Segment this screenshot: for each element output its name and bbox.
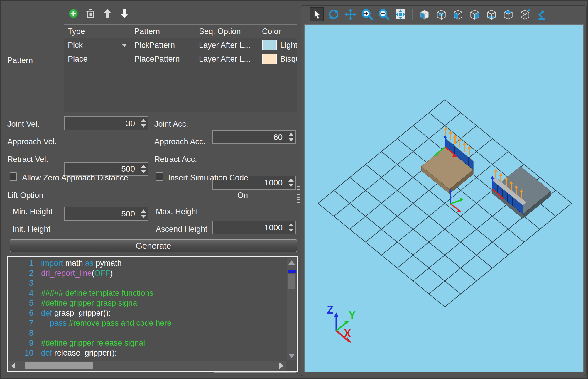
code-line: 4##### define template functions	[8, 288, 286, 298]
max-height-label: Max. Height	[156, 207, 198, 216]
col-header-type: Type	[64, 25, 131, 38]
lift-option-state-label: On	[237, 191, 248, 200]
view-bottom-icon	[485, 8, 498, 21]
spin-down-icon[interactable]	[288, 138, 294, 141]
seq-option-cell[interactable]: Layer After L...	[195, 38, 258, 52]
insert-simulation-code-label: Insert Simulation Code	[168, 173, 248, 182]
vertical-scrollbar[interactable]	[287, 258, 296, 360]
init-height-label: Init. Height	[13, 225, 50, 234]
generate-button[interactable]: Generate	[10, 239, 297, 252]
spin-down-icon[interactable]	[141, 170, 146, 173]
spin-up-icon[interactable]	[141, 209, 146, 213]
zoom-fit-icon	[394, 8, 407, 21]
viewport-canvas[interactable]: Z Y X	[304, 24, 584, 372]
pick-place-template-window: Pattern Type Pattern Seq. Option Color P…	[0, 0, 588, 379]
panel-splitter[interactable]	[297, 186, 300, 203]
pan-icon	[344, 8, 357, 21]
view-isometric-icon	[519, 8, 531, 21]
delete-row-button[interactable]	[84, 7, 97, 20]
toolbar-separator	[412, 9, 413, 20]
table-row-pick[interactable]: Pick PickPattern Layer After L... LightB…	[64, 38, 297, 52]
pattern-cell[interactable]: PlacePattern	[131, 52, 195, 66]
spinner[interactable]	[287, 131, 295, 143]
zoom-fit-button[interactable]	[394, 8, 407, 21]
spin-up-icon[interactable]	[288, 133, 294, 136]
view-isometric-button[interactable]	[518, 8, 532, 21]
view-bottom-button[interactable]	[485, 8, 498, 21]
view-top-button[interactable]	[501, 8, 515, 21]
spinner[interactable]	[287, 176, 295, 189]
horizontal-scroll-thumb[interactable]	[25, 362, 93, 369]
place-pallet	[491, 166, 551, 219]
col-header-color: Color	[258, 25, 297, 38]
col-header-pattern: Pattern	[131, 25, 195, 38]
color-cell[interactable]: LightBlue	[258, 38, 297, 52]
spinner[interactable]	[139, 163, 148, 175]
code-editor[interactable]: 1import math as pymath 2drl_report_line(…	[7, 256, 298, 372]
approach-acc-label: Approach Acc.	[154, 137, 205, 146]
zoom-out-button[interactable]	[377, 8, 391, 21]
type-cell-dropdown[interactable]: Pick	[64, 38, 131, 52]
vertical-scroll-thumb[interactable]	[288, 274, 295, 289]
scroll-up-icon[interactable]	[288, 260, 295, 265]
color-cell[interactable]: Bisque	[258, 52, 297, 66]
scroll-left-icon[interactable]	[11, 363, 15, 369]
pattern-table-header: Type Pattern Seq. Option Color	[64, 25, 297, 38]
code-line: 8	[8, 328, 286, 338]
zoom-out-icon	[377, 8, 390, 21]
spin-up-icon[interactable]	[141, 119, 146, 122]
joint-acc-input[interactable]: 60	[212, 130, 296, 144]
retract-acc-input[interactable]: 1000	[212, 221, 296, 234]
min-height-label: Min. Height	[13, 207, 53, 216]
view-back-button[interactable]	[435, 8, 448, 21]
spin-down-icon[interactable]	[141, 215, 146, 218]
spin-down-icon[interactable]	[141, 124, 146, 128]
spin-up-icon[interactable]	[288, 223, 294, 226]
zoom-in-button[interactable]	[360, 8, 374, 21]
robot-view-button[interactable]	[535, 8, 548, 21]
pattern-cell[interactable]: PickPattern	[131, 38, 195, 52]
code-line: 6def grasp_gripper():	[8, 308, 286, 318]
color-swatch-bisque	[262, 54, 277, 64]
add-icon	[67, 8, 79, 19]
horizontal-scrollbar[interactable]	[8, 361, 286, 371]
rotate-view-button[interactable]	[327, 8, 340, 21]
view-right-button[interactable]	[468, 8, 481, 21]
table-row-place[interactable]: Place PlacePattern Layer After L... Bisq…	[64, 52, 297, 66]
spinner[interactable]	[139, 207, 148, 220]
allow-zero-approach-label: Allow Zero Approach Distance	[22, 173, 128, 182]
add-row-button[interactable]	[67, 7, 80, 20]
view-front-button[interactable]	[418, 8, 431, 21]
scroll-right-icon[interactable]	[279, 363, 283, 369]
view-back-icon	[435, 8, 447, 21]
code-line: 10def release_gripper():	[8, 348, 286, 358]
axis-indicator: Z Y X	[327, 304, 356, 343]
scene-3d: Z Y X	[305, 25, 583, 372]
scroll-down-icon[interactable]	[288, 354, 295, 358]
spinner[interactable]	[287, 221, 295, 234]
seq-option-cell[interactable]: Layer After L...	[195, 52, 258, 66]
pan-view-button[interactable]	[344, 8, 357, 21]
code-line: 5#define gripper grasp signal	[8, 298, 286, 308]
left-panel: Pattern Type Pattern Seq. Option Color P…	[3, 1, 298, 378]
spin-down-icon[interactable]	[288, 229, 294, 232]
spin-down-icon[interactable]	[288, 184, 294, 187]
joint-vel-input[interactable]: 30	[64, 116, 148, 130]
move-row-up-button[interactable]	[101, 7, 114, 20]
type-cell[interactable]: Place	[64, 52, 131, 66]
move-row-down-button[interactable]	[118, 7, 131, 20]
arrow-down-icon	[119, 8, 130, 19]
spin-up-icon[interactable]	[141, 165, 146, 168]
view-left-button[interactable]	[451, 8, 465, 21]
retract-vel-input[interactable]: 500	[64, 207, 148, 221]
spinner[interactable]	[139, 117, 148, 130]
insert-simulation-code-checkbox[interactable]	[156, 172, 163, 181]
joint-acc-label: Joint Acc.	[154, 120, 188, 129]
select-tool-button[interactable]	[310, 7, 324, 21]
code-lines[interactable]: 1import math as pymath 2drl_report_line(…	[8, 258, 286, 360]
spin-up-icon[interactable]	[288, 178, 294, 182]
retract-vel-label: Retract Vel.	[7, 155, 48, 164]
allow-zero-approach-checkbox[interactable]	[10, 172, 17, 181]
pattern-section-label: Pattern	[7, 56, 33, 65]
lift-option-label: Lift Option	[7, 191, 43, 200]
